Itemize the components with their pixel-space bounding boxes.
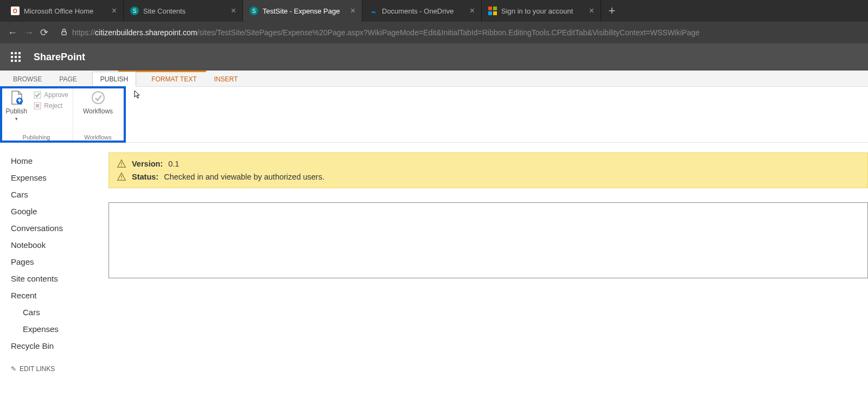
svg-rect-6 <box>34 92 41 98</box>
main-content: Version: 0.1 Status: Checked in and view… <box>108 143 868 382</box>
tab-title: Sign in to your account <box>501 7 585 15</box>
suite-title: SharePoint <box>34 52 85 63</box>
svg-rect-3 <box>493 11 497 15</box>
nav-notebook[interactable]: Notebook <box>11 237 98 253</box>
nav-site-contents[interactable]: Site contents <box>11 270 98 287</box>
svg-rect-0 <box>488 7 492 10</box>
ribbon-tab-insert[interactable]: INSERT <box>212 72 240 86</box>
back-button[interactable]: ← <box>8 27 17 39</box>
pencil-icon: ✎ <box>11 365 16 373</box>
nav-recent[interactable]: Recent <box>11 287 98 304</box>
close-icon[interactable]: × <box>589 6 594 16</box>
ribbon: Publish ▾ Approve Reject Publishing Work… <box>0 87 868 143</box>
tab-title: TestSite - Expense Page <box>263 7 346 15</box>
url-text: https://citizenbuilders.sharepoint.com/s… <box>72 28 700 37</box>
close-icon[interactable]: × <box>231 6 236 16</box>
address-bar[interactable]: https://citizenbuilders.sharepoint.com/s… <box>55 24 860 41</box>
close-icon[interactable]: × <box>112 6 117 16</box>
close-icon[interactable]: × <box>470 6 475 16</box>
left-navigation: Home Expenses Cars Google Conversations … <box>0 143 108 382</box>
warning-icon <box>117 172 126 182</box>
svg-rect-1 <box>493 7 497 10</box>
chevron-down-icon: ▾ <box>15 116 18 122</box>
reload-button[interactable]: ⟳ <box>40 27 48 39</box>
browser-tab[interactable]: O Microsoft Office Home × <box>4 0 124 22</box>
lock-icon <box>60 28 68 37</box>
ribbon-group-publishing: Publish ▾ Approve Reject Publishing <box>0 87 73 142</box>
svg-rect-2 <box>488 11 492 15</box>
mouse-cursor-icon <box>133 90 142 101</box>
tab-title: Documents - OneDrive <box>382 7 465 15</box>
reject-button[interactable]: Reject <box>34 102 68 110</box>
nav-expenses[interactable]: Expenses <box>11 169 98 186</box>
suite-bar: SharePoint <box>0 43 868 71</box>
nav-cars[interactable]: Cars <box>11 186 98 203</box>
nav-recent-cars[interactable]: Cars <box>11 304 98 321</box>
nav-pages[interactable]: Pages <box>11 253 98 270</box>
approve-button[interactable]: Approve <box>34 91 68 99</box>
status-label: Status: <box>132 173 158 181</box>
publish-label: Publish <box>5 107 27 115</box>
onedrive-icon: ☁ <box>369 7 378 15</box>
version-label: Version: <box>132 159 163 168</box>
close-icon[interactable]: × <box>350 6 355 16</box>
ribbon-tab-page[interactable]: PAGE <box>57 72 79 86</box>
group-label: Publishing <box>4 132 68 142</box>
sharepoint-icon: S <box>130 7 139 15</box>
ribbon-tabs: BROWSE PAGE PUBLISH FORMAT TEXT INSERT <box>0 71 868 87</box>
status-value: Checked in and viewable by authorized us… <box>164 173 324 181</box>
nav-recycle-bin[interactable]: Recycle Bin <box>11 337 98 354</box>
ribbon-tab-format-text[interactable]: FORMAT TEXT <box>149 72 199 86</box>
tab-title: Site Contents <box>143 7 227 15</box>
version-value: 0.1 <box>168 159 179 168</box>
browser-toolbar: ← → ⟳ https://citizenbuilders.sharepoint… <box>0 22 868 43</box>
ribbon-tab-publish[interactable]: PUBLISH <box>92 72 136 87</box>
warning-icon <box>117 159 126 169</box>
nav-google[interactable]: Google <box>11 203 98 220</box>
browser-tab-active[interactable]: S TestSite - Expense Page × <box>243 0 362 22</box>
tab-title: Microsoft Office Home <box>24 7 107 15</box>
sharepoint-icon: S <box>250 7 258 15</box>
browser-tab[interactable]: Sign in to your account × <box>482 0 601 22</box>
svg-rect-4 <box>62 31 66 35</box>
edit-links-button[interactable]: ✎ EDIT LINKS <box>11 365 98 373</box>
edit-links-label: EDIT LINKS <box>20 365 55 373</box>
reject-label: Reject <box>44 102 62 110</box>
ribbon-tab-browse[interactable]: BROWSE <box>11 72 44 86</box>
workflows-label: Workflows <box>83 107 113 115</box>
svg-point-8 <box>92 92 104 104</box>
office-icon: O <box>11 7 20 15</box>
svg-point-12 <box>121 178 122 180</box>
nav-home[interactable]: Home <box>11 152 98 169</box>
new-tab-button[interactable]: + <box>601 0 623 22</box>
browser-tab-strip: O Microsoft Office Home × S Site Content… <box>0 0 868 22</box>
forward-button[interactable]: → <box>24 27 34 39</box>
approve-label: Approve <box>44 91 68 99</box>
publish-button[interactable]: Publish ▾ <box>4 89 28 122</box>
nav-recent-expenses[interactable]: Expenses <box>11 321 98 337</box>
nav-conversations[interactable]: Conversations <box>11 220 98 237</box>
status-banner: Version: 0.1 Status: Checked in and view… <box>108 152 868 188</box>
page-editor[interactable] <box>108 202 868 278</box>
workflows-button[interactable]: Workflows <box>82 89 114 115</box>
browser-tab[interactable]: ☁ Documents - OneDrive × <box>362 0 482 22</box>
ribbon-group-workflows: Workflows Workflows <box>73 87 123 142</box>
microsoft-icon <box>488 7 497 15</box>
browser-tab[interactable]: S Site Contents × <box>124 0 243 22</box>
app-launcher-icon[interactable] <box>11 52 21 62</box>
group-label: Workflows <box>78 132 118 142</box>
svg-point-10 <box>121 165 122 167</box>
